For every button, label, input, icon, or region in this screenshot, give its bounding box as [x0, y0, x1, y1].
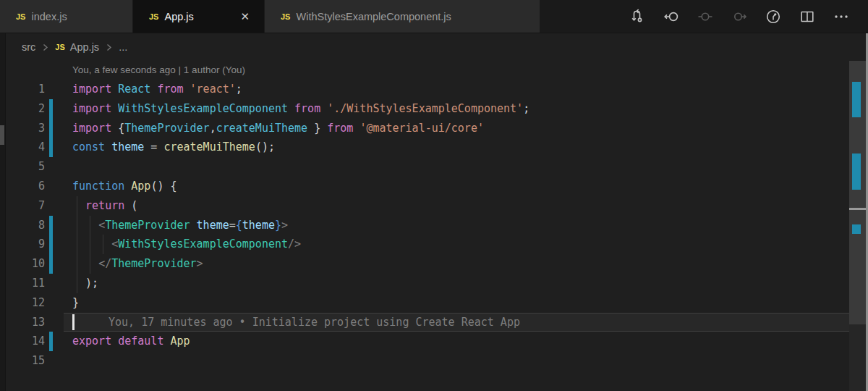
- breadcrumb: src JS App.js ...: [0, 33, 868, 61]
- next-change-icon: [729, 7, 749, 26]
- open-changes-back-icon[interactable]: [661, 7, 681, 26]
- code-line-7[interactable]: 7 return (: [0, 196, 868, 216]
- code-text: }: [72, 293, 79, 313]
- code-text: </ThemeProvider>: [72, 254, 203, 274]
- editor-title-actions: [627, 0, 868, 33]
- ruler-cursor-mark: [849, 208, 866, 210]
- js-file-icon: JS: [55, 43, 64, 51]
- code-line-1[interactable]: 1import React from 'react';: [0, 80, 868, 99]
- code-text: import React from 'react';: [72, 80, 242, 99]
- modified-gutter-indicator: [49, 216, 53, 235]
- code-line-9[interactable]: 9 <WithStylesExampleComponent/>: [0, 235, 868, 254]
- code-line-10[interactable]: 10 </ThemeProvider>: [0, 254, 868, 274]
- file-history-icon[interactable]: [763, 7, 783, 26]
- line-number[interactable]: 4: [0, 138, 45, 157]
- line-number[interactable]: 8: [0, 216, 45, 235]
- code-line-6[interactable]: 6function App() {: [0, 177, 868, 196]
- overview-ruler: [849, 61, 866, 391]
- chevron-right-icon: [41, 43, 49, 51]
- breadcrumb-folder[interactable]: src: [22, 41, 35, 53]
- line-number[interactable]: 6: [0, 177, 45, 196]
- modified-gutter-indicator: [49, 254, 53, 274]
- code-area: 1import React from 'react';2import WithS…: [0, 80, 868, 371]
- gitlens-file-blame: You, a few seconds ago | 1 author (You): [72, 61, 245, 80]
- code-text: const theme = createMuiTheme();: [72, 138, 275, 157]
- tab-label: WithStylesExampleComponent.js: [296, 11, 451, 22]
- close-icon[interactable]: ✕: [236, 9, 254, 25]
- modified-gutter-indicator: [49, 138, 53, 157]
- tab-WithStylesExampleComponent.js[interactable]: JSWithStylesExampleComponent.js: [265, 0, 540, 33]
- line-number[interactable]: 3: [0, 119, 45, 138]
- code-text: );: [72, 274, 98, 293]
- code-line-2[interactable]: 2import WithStylesExampleComponent from …: [0, 99, 868, 119]
- more-actions-icon[interactable]: [831, 7, 851, 26]
- modified-gutter-indicator: [49, 119, 53, 138]
- chevron-right-icon: [105, 43, 113, 51]
- line-number[interactable]: 10: [0, 254, 45, 274]
- code-text: function App() {: [72, 177, 177, 196]
- open-editor-tabs: JSindex.jsJSApp.js✕JSWithStylesExampleCo…: [0, 0, 540, 33]
- editor-tab-bar: JSindex.jsJSApp.js✕JSWithStylesExampleCo…: [0, 0, 868, 33]
- js-file-icon: JS: [149, 12, 158, 21]
- line-number[interactable]: 1: [0, 80, 45, 99]
- ruler-change-mark: [852, 82, 861, 117]
- modified-gutter-indicator: [49, 235, 53, 254]
- ruler-change-mark: [852, 224, 861, 234]
- text-cursor: [72, 314, 75, 330]
- line-number[interactable]: 15: [0, 351, 45, 371]
- tab-label: index.js: [31, 11, 67, 22]
- breadcrumb-symbol[interactable]: ...: [119, 41, 127, 53]
- code-line-13[interactable]: 13You, 17 minutes ago • Initialize proje…: [0, 313, 868, 332]
- line-number[interactable]: 11: [0, 274, 45, 293]
- vscode-window: JSindex.jsJSApp.js✕JSWithStylesExampleCo…: [0, 0, 868, 391]
- line-number[interactable]: 12: [0, 293, 45, 313]
- code-line-15[interactable]: 15: [0, 351, 868, 371]
- breadcrumb-file[interactable]: App.js: [70, 41, 99, 53]
- code-line-8[interactable]: 8 <ThemeProvider theme={theme}>: [0, 216, 868, 235]
- line-number[interactable]: 9: [0, 235, 45, 254]
- js-file-icon: JS: [16, 12, 25, 21]
- left-scrollbar-strip: [0, 33, 6, 391]
- line-number[interactable]: 7: [0, 196, 45, 216]
- code-text: <ThemeProvider theme={theme}>: [72, 216, 288, 235]
- code-text: return (: [72, 196, 137, 216]
- js-file-icon: JS: [281, 12, 290, 21]
- code-text: import WithStylesExampleComponent from '…: [72, 99, 529, 119]
- code-text: <WithStylesExampleComponent/>: [72, 235, 301, 254]
- code-line-11[interactable]: 11 );: [0, 274, 868, 293]
- modified-gutter-indicator: [49, 99, 53, 119]
- line-number[interactable]: 13: [0, 313, 45, 332]
- editor-pane: You, a few seconds ago | 1 author (You) …: [0, 61, 868, 391]
- left-scrollbar-thumb[interactable]: [0, 125, 4, 145]
- code-text: export default App: [72, 332, 190, 351]
- tab-App.js[interactable]: JSApp.js✕: [133, 0, 264, 33]
- line-number[interactable]: 2: [0, 99, 45, 119]
- modified-gutter-indicator: [49, 332, 53, 351]
- code-line-3[interactable]: 3import {ThemeProvider,createMuiTheme } …: [0, 119, 868, 138]
- gitlens-inline-blame: You, 17 minutes ago • Initialize project…: [109, 313, 520, 332]
- code-line-12[interactable]: 12}: [0, 293, 868, 313]
- compare-changes-icon[interactable]: [627, 7, 647, 26]
- split-editor-icon[interactable]: [797, 7, 817, 26]
- code-text: import {ThemeProvider,createMuiTheme } f…: [72, 119, 484, 138]
- tab-label: App.js: [164, 11, 193, 22]
- previous-change-icon: [695, 7, 715, 26]
- code-line-4[interactable]: 4const theme = createMuiTheme();: [0, 138, 868, 157]
- code-line-5[interactable]: 5: [0, 157, 868, 177]
- tab-index.js[interactable]: JSindex.js: [0, 0, 132, 33]
- line-number[interactable]: 14: [0, 332, 45, 351]
- code-line-14[interactable]: 14export default App: [0, 332, 868, 351]
- ruler-change-mark: [852, 154, 861, 190]
- line-number[interactable]: 5: [0, 157, 45, 177]
